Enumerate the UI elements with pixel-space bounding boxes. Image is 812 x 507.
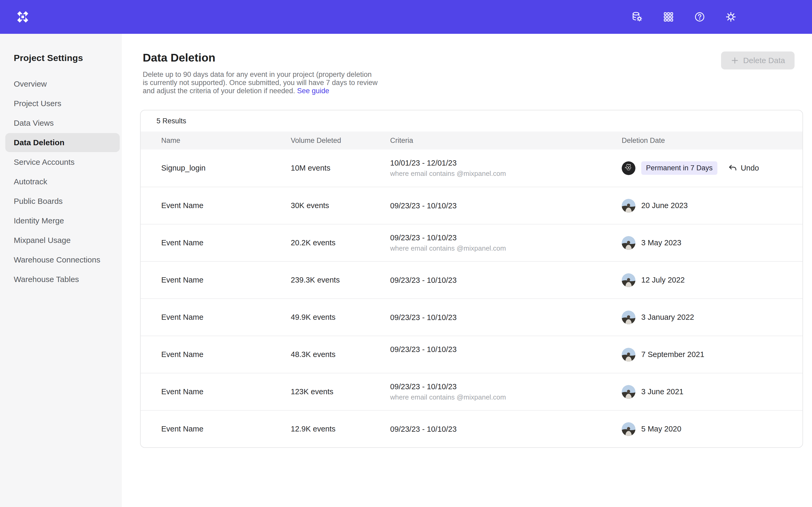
criteria-filter: where email contains @mixpanel.com: [390, 392, 622, 402]
settings-icon[interactable]: [725, 11, 737, 23]
criteria-cell: 09/23/23 - 10/10/23: [390, 201, 622, 211]
event-name-cell: Signup_login: [161, 164, 291, 172]
deletion-date: 3 June 2021: [641, 387, 683, 396]
user-avatar: [622, 273, 636, 287]
sidebar-item-data-views[interactable]: Data Views: [0, 113, 122, 133]
column-header-deletion-date: Deletion Date: [622, 136, 803, 145]
deletion-date-cell: 12 July 2022: [622, 273, 803, 287]
criteria-cell: 10/01/23 - 12/01/23 where email contains…: [390, 158, 622, 179]
sidebar-item-data-deletion[interactable]: Data Deletion: [0, 133, 122, 152]
deletion-date-cell: 7 September 2021: [622, 348, 803, 361]
table-row: Signup_login 10M events 10/01/23 - 12/01…: [141, 150, 803, 187]
delete-data-button-label: Delete Data: [743, 56, 785, 65]
criteria-cell: 09/23/23 - 10/10/23: [390, 312, 622, 323]
mixpanel-logo-icon[interactable]: [16, 11, 29, 23]
page-description: Delete up to 90 days data for any event …: [143, 70, 378, 95]
deletion-date: 3 May 2023: [641, 238, 681, 247]
event-name-cell: Event Name: [161, 387, 291, 396]
table-row: Event Name 239.3K events 09/23/23 - 10/1…: [141, 261, 803, 298]
criteria-range: 09/23/23 - 10/10/23: [390, 201, 622, 211]
user-avatar: [622, 236, 636, 250]
table-row: Event Name 12.9K events 09/23/23 - 10/10…: [141, 410, 803, 447]
table-row: Event Name 123K events 09/23/23 - 10/10/…: [141, 373, 803, 410]
deletion-date-cell: 5 May 2020: [622, 422, 803, 436]
criteria-range: 09/23/23 - 10/10/23: [390, 312, 622, 323]
criteria-cell: 09/23/23 - 10/10/23 where email contains…: [390, 232, 622, 253]
page-description-text: Delete up to 90 days data for any event …: [143, 70, 377, 95]
event-name-cell: Event Name: [161, 238, 291, 247]
deletion-date-cell: 20 June 2023: [622, 199, 803, 213]
user-avatar: [622, 199, 636, 213]
main-content: Data Deletion Delete up to 90 days data …: [122, 34, 812, 507]
user-avatar: [622, 348, 636, 361]
volume-cell: 10M events: [291, 164, 390, 172]
settings-sidebar: Project Settings Overview Project Users …: [0, 34, 122, 507]
table-row: Event Name 30K events 09/23/23 - 10/10/2…: [141, 187, 803, 224]
undo-button[interactable]: Undo: [728, 163, 759, 173]
criteria-range: 09/23/23 - 10/10/23: [390, 232, 622, 243]
volume-cell: 12.9K events: [291, 425, 390, 433]
criteria-cell: 09/23/23 - 10/10/23: [390, 424, 622, 434]
event-name-cell: Event Name: [161, 201, 291, 210]
app-grid-icon[interactable]: [662, 11, 674, 23]
deletion-date: 20 June 2023: [641, 201, 688, 210]
volume-cell: 48.3K events: [291, 350, 390, 359]
criteria-range: 10/01/23 - 12/01/23: [390, 158, 622, 168]
undo-icon: [728, 163, 738, 173]
criteria-range: 09/23/23 - 10/10/23: [390, 381, 622, 392]
volume-cell: 123K events: [291, 387, 390, 396]
page-title: Data Deletion: [143, 51, 812, 64]
table-row: Event Name 20.2K events 09/23/23 - 10/10…: [141, 224, 803, 261]
see-guide-link[interactable]: See guide: [297, 87, 329, 95]
event-name-cell: Event Name: [161, 313, 291, 322]
user-avatar: [622, 311, 636, 324]
table-row: Event Name 49.9K events 09/23/23 - 10/10…: [141, 298, 803, 336]
sidebar-nav-list: Overview Project Users Data Views Data D…: [0, 74, 122, 289]
event-name-cell: Event Name: [161, 425, 291, 433]
criteria-filter: [390, 355, 622, 365]
volume-cell: 30K events: [291, 201, 390, 210]
deletion-date: 12 July 2022: [641, 276, 684, 284]
sidebar-item-service-accounts[interactable]: Service Accounts: [0, 152, 122, 172]
user-avatar: [622, 422, 636, 436]
sidebar-item-identity-merge[interactable]: Identity Merge: [0, 211, 122, 230]
app-root: Project Settings Overview Project Users …: [0, 0, 812, 507]
column-header-name: Name: [161, 136, 291, 145]
table-header-row: Name Volume Deleted Criteria Deletion Da…: [141, 131, 803, 150]
sidebar-item-public-boards[interactable]: Public Boards: [0, 191, 122, 211]
event-name-cell: Event Name: [161, 350, 291, 359]
deletion-date-cell: 3 January 2022: [622, 311, 803, 324]
sidebar-item-warehouse-connections[interactable]: Warehouse Connections: [0, 250, 122, 270]
sidebar-title: Project Settings: [14, 53, 122, 63]
deletion-date: 5 May 2020: [641, 425, 681, 433]
sidebar-item-mixpanel-usage[interactable]: Mixpanel Usage: [0, 230, 122, 250]
undo-label: Undo: [741, 164, 759, 172]
deletion-date: 3 January 2022: [641, 313, 694, 322]
sidebar-item-warehouse-tables[interactable]: Warehouse Tables: [0, 270, 122, 289]
user-avatar: [622, 161, 636, 175]
deletion-date-cell: Permanent in 7 Days Undo: [622, 161, 803, 175]
criteria-filter: where email contains @mixpanel.com: [390, 168, 622, 179]
sidebar-item-overview[interactable]: Overview: [0, 74, 122, 94]
results-count: 5 Results: [141, 110, 803, 131]
deletion-date: 7 September 2021: [641, 350, 704, 359]
criteria-range: 09/23/23 - 10/10/23: [390, 424, 622, 434]
user-avatar: [622, 385, 636, 399]
topbar-icon-group: [631, 11, 812, 23]
deletion-date-cell: 3 May 2023: [622, 236, 803, 250]
delete-data-button[interactable]: Delete Data: [721, 52, 795, 69]
event-name-cell: Event Name: [161, 276, 291, 284]
column-header-criteria: Criteria: [390, 136, 622, 145]
criteria-cell: 09/23/23 - 10/10/23: [390, 344, 622, 365]
column-header-volume-deleted: Volume Deleted: [291, 136, 390, 145]
sidebar-item-project-users[interactable]: Project Users: [0, 94, 122, 113]
volume-cell: 20.2K events: [291, 238, 390, 247]
volume-cell: 49.9K events: [291, 313, 390, 322]
help-icon[interactable]: [694, 11, 706, 23]
deletion-date-cell: 3 June 2021: [622, 385, 803, 399]
criteria-cell: 09/23/23 - 10/10/23 where email contains…: [390, 381, 622, 402]
top-navigation-bar: [0, 0, 812, 34]
sidebar-item-autotrack[interactable]: Autotrack: [0, 172, 122, 191]
data-management-icon[interactable]: [631, 11, 643, 23]
criteria-range: 09/23/23 - 10/10/23: [390, 344, 622, 355]
